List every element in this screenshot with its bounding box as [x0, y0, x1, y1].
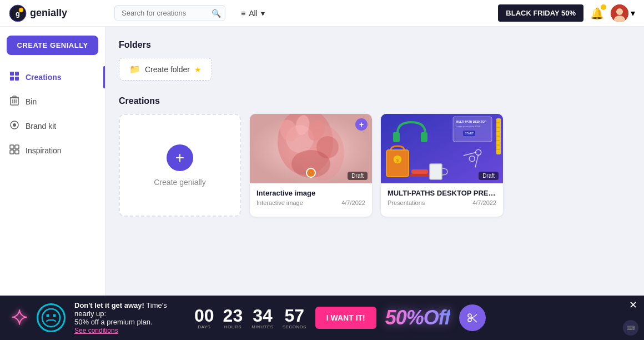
svg-rect-6 [10, 72, 14, 76]
countdown-minutes: 34 MINUTES [251, 307, 274, 329]
svg-rect-12 [13, 96, 16, 98]
search-bar: 🔍 [114, 5, 225, 21]
folders-section: Folders 📁 Create folder ★ [119, 40, 631, 81]
svg-rect-32 [393, 132, 400, 142]
card-type-2: Presentations [388, 199, 425, 206]
card-date-2: 4/7/2022 [472, 199, 496, 206]
create-card-label: Create genially [154, 178, 205, 187]
star-decoration: ✦ [11, 306, 28, 329]
create-genially-button[interactable]: CREATE GENIALLY [7, 36, 98, 55]
header: g genially 🔍 ≡ All ▾ BLACK FRIDAY 50% 🔔 [0, 0, 644, 27]
inspiration-icon [9, 144, 20, 157]
filter-icon: ≡ [241, 9, 245, 18]
svg-rect-18 [10, 145, 14, 149]
svg-rect-54 [430, 164, 442, 179]
create-folder-label: Create folder [145, 65, 190, 74]
discount-display-text: 50%Off [385, 306, 450, 329]
folders-title: Folders [119, 40, 631, 50]
countdown-seconds: 57 SECONDS [283, 307, 306, 329]
card-thumbnail-flowers: + Draft [250, 114, 372, 183]
svg-text:Lorem ipsum dolor 20XX: Lorem ipsum dolor 20XX [456, 125, 480, 128]
main-content: Folders 📁 Create folder ★ Creations + Cr… [105, 27, 644, 296]
svg-text:MULTI-PATH DESKTOP: MULTI-PATH DESKTOP [456, 120, 487, 123]
card-date-1: 4/7/2022 [341, 199, 365, 206]
sidebar-item-bin[interactable]: Bin [0, 91, 105, 113]
bottom-banner: ✦ Don't let it get away! Time's nearly u… [0, 296, 644, 340]
avatar [611, 4, 628, 22]
card-type-1: Interactive image [256, 199, 303, 206]
svg-rect-56 [410, 174, 429, 177]
keyboard-shortcut-icon[interactable]: ⌨ [623, 320, 638, 336]
card-add-icon: + [355, 118, 368, 131]
sidebar: CREATE GENIALLY Creations [0, 27, 105, 296]
banner-discount-text: 50% off a premium plan. [74, 318, 185, 326]
card-circle-indicator [306, 168, 316, 178]
search-input[interactable] [114, 5, 225, 21]
card-title-2: MULTI-PATHS DESKTOP PRESENT... [388, 189, 496, 197]
sidebar-item-inspiration-label: Inspiration [26, 146, 62, 155]
sidebar-item-brand-kit[interactable]: Brand kit [0, 115, 105, 137]
tag-icon [459, 304, 486, 331]
svg-rect-19 [15, 145, 19, 149]
svg-rect-20 [10, 150, 14, 154]
black-friday-button[interactable]: BLACK FRIDAY 50% [498, 4, 583, 22]
filter-area: ≡ All ▾ [234, 6, 498, 21]
countdown-hours: 23 HOURS [223, 307, 243, 329]
sidebar-item-creations[interactable]: Creations [0, 66, 105, 88]
create-new-card[interactable]: + Create genially [119, 114, 241, 217]
star-icon: ★ [194, 65, 202, 74]
bin-icon [9, 96, 20, 108]
logo-area: g genially [9, 4, 114, 22]
notification-bell[interactable]: 🔔 [590, 7, 604, 20]
countdown-timer: 00 DAYS 23 HOURS 34 MINUTES 57 SECONDS [194, 307, 306, 329]
svg-rect-8 [10, 77, 14, 81]
plus-circle-icon: + [167, 144, 193, 171]
creations-icon [9, 71, 20, 83]
face-decoration [37, 303, 66, 332]
countdown-days: 00 DAYS [194, 307, 214, 329]
filter-button[interactable]: ≡ All ▾ [234, 6, 271, 21]
draft-badge-1: Draft [348, 172, 368, 180]
banner-urgency: Don't let it get away! Time's nearly up: [74, 301, 185, 318]
card-info-1: Interactive image Interactive image 4/7/… [250, 183, 372, 212]
i-want-it-button[interactable]: I WANT IT! [315, 307, 376, 329]
sidebar-item-creations-label: Creations [26, 73, 62, 82]
svg-point-2 [19, 8, 23, 12]
sidebar-item-inspiration[interactable]: Inspiration [0, 139, 105, 162]
svg-rect-33 [421, 132, 427, 142]
user-chevron-icon: ▾ [631, 8, 635, 18]
card-title-1: Interactive image [256, 189, 365, 197]
svg-rect-9 [15, 77, 19, 81]
create-folder-item[interactable]: 📁 Create folder ★ [119, 58, 212, 81]
sidebar-item-brand-label: Brand kit [26, 122, 56, 131]
draft-badge-2: Draft [479, 172, 499, 180]
banner-see-conditions[interactable]: See conditions [74, 326, 185, 334]
creation-card-interactive-image[interactable]: + Draft Interactive image Interactive im… [250, 114, 372, 217]
creations-section: Creations + Create genially [119, 96, 631, 217]
close-banner-button[interactable]: ✕ [629, 300, 637, 310]
card-meta-2: Presentations 4/7/2022 [388, 199, 496, 206]
brand-kit-icon [9, 120, 20, 132]
svg-rect-55 [411, 169, 428, 174]
card-thumbnail-desktop: MULTI-PATH DESKTOP Lorem ipsum dolor 20X… [381, 114, 503, 183]
svg-rect-21 [15, 150, 19, 154]
svg-point-17 [13, 123, 16, 127]
svg-point-4 [616, 8, 623, 15]
creation-card-desktop-present[interactable]: MULTI-PATH DESKTOP Lorem ipsum dolor 20X… [381, 114, 503, 217]
filter-chevron-icon: ▾ [261, 9, 265, 18]
header-right: BLACK FRIDAY 50% 🔔 ▾ [498, 4, 635, 22]
filter-label: All [249, 9, 258, 18]
svg-text:START: START [465, 132, 474, 135]
svg-rect-7 [15, 72, 19, 76]
genially-logo-icon: g [9, 4, 27, 22]
card-meta-1: Interactive image 4/7/2022 [256, 199, 365, 206]
creations-grid: + Create genially [119, 114, 631, 217]
user-avatar-button[interactable]: ▾ [611, 4, 635, 22]
creations-title: Creations [119, 96, 631, 106]
main-area: CREATE GENIALLY Creations [0, 27, 644, 296]
banner-text-block: Don't let it get away! Time's nearly up:… [74, 301, 185, 334]
svg-point-57 [42, 309, 60, 327]
card-info-2: MULTI-PATHS DESKTOP PRESENT... Presentat… [381, 183, 503, 212]
logo-text: genially [30, 7, 67, 19]
search-icon: 🔍 [212, 9, 221, 18]
